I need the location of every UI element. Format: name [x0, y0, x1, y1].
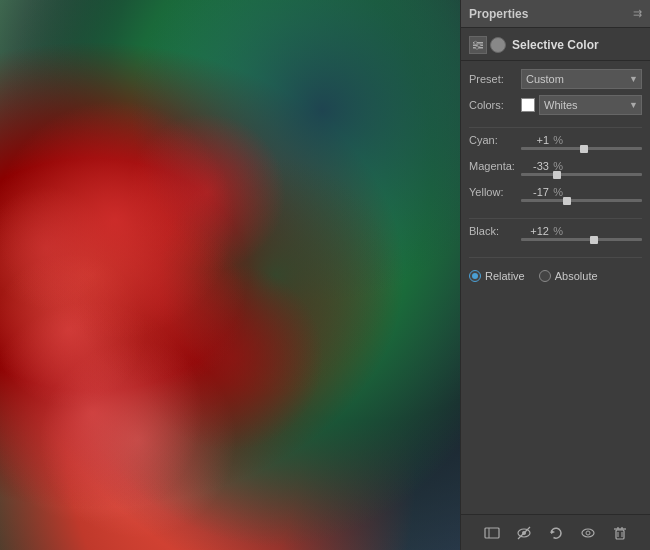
black-slider-track[interactable]: [521, 238, 642, 241]
svg-rect-6: [485, 528, 499, 538]
properties-panel: Properties ⇉ Selective Color Preset:: [460, 0, 650, 550]
magenta-slider-track[interactable]: [521, 173, 642, 176]
absolute-radio-label: Absolute: [555, 270, 598, 282]
panel-toolbar: [461, 514, 650, 550]
preset-label: Preset:: [469, 73, 521, 85]
divider-2: [469, 218, 642, 219]
sc-icons: [469, 36, 506, 54]
absolute-radio-circle[interactable]: [539, 270, 551, 282]
absolute-radio-item[interactable]: Absolute: [539, 270, 598, 282]
black-label: Black:: [469, 225, 521, 237]
colors-row: Colors: Whites ▼: [469, 95, 642, 115]
colors-select[interactable]: Whites: [539, 95, 642, 115]
svg-rect-14: [616, 530, 624, 539]
magenta-track-row[interactable]: [469, 173, 642, 176]
cyan-label: Cyan:: [469, 134, 521, 146]
panel-body: Preset: Custom ▼ Colors: Whites ▼: [461, 61, 650, 514]
panel-expand-icon[interactable]: ⇉: [633, 7, 642, 20]
toolbar-mask-btn[interactable]: [481, 522, 503, 544]
cyan-slider-thumb[interactable]: [580, 145, 588, 153]
magenta-slider-thumb[interactable]: [553, 171, 561, 179]
svg-point-13: [586, 531, 590, 535]
svg-point-12: [582, 529, 594, 537]
svg-point-5: [476, 46, 479, 49]
magenta-value: -33: [521, 160, 549, 172]
relative-radio-circle[interactable]: [469, 270, 481, 282]
sc-label: Selective Color: [512, 38, 599, 52]
toolbar-delete-btn[interactable]: [609, 522, 631, 544]
layer-icon: [490, 37, 506, 53]
black-slider-thumb[interactable]: [590, 236, 598, 244]
adjustment-icon: [469, 36, 487, 54]
cyan-value: +1: [521, 134, 549, 146]
toolbar-eye-btn[interactable]: [513, 522, 535, 544]
yellow-row: Yellow: -17 %: [469, 186, 642, 198]
toolbar-visibility-btn[interactable]: [577, 522, 599, 544]
panel-header: Properties ⇉: [461, 0, 650, 28]
black-value: +12: [521, 225, 549, 237]
preset-row: Preset: Custom ▼: [469, 69, 642, 89]
cyan-slider-track[interactable]: [521, 147, 642, 150]
yellow-slider-track[interactable]: [521, 199, 642, 202]
colors-label: Colors:: [469, 99, 521, 111]
black-pct: %: [549, 225, 563, 237]
divider-3: [469, 257, 642, 258]
yellow-section: Yellow: -17 %: [469, 186, 642, 208]
black-track-row[interactable]: [469, 238, 642, 241]
panel-title: Properties: [469, 7, 528, 21]
yellow-slider-thumb[interactable]: [563, 197, 571, 205]
black-section: Black: +12 %: [469, 225, 642, 247]
canvas-background: [0, 0, 460, 550]
magenta-section: Magenta: -33 %: [469, 160, 642, 182]
relative-radio-item[interactable]: Relative: [469, 270, 525, 282]
toolbar-reset-btn[interactable]: [545, 522, 567, 544]
magenta-label: Magenta:: [469, 160, 521, 172]
cyan-track-row[interactable]: [469, 147, 642, 150]
method-radio-row: Relative Absolute: [469, 264, 642, 288]
flower-overlay: [0, 0, 460, 550]
yellow-value: -17: [521, 186, 549, 198]
white-color-swatch: [521, 98, 535, 112]
yellow-label: Yellow:: [469, 186, 521, 198]
yellow-track-row[interactable]: [469, 199, 642, 202]
cyan-row: Cyan: +1 %: [469, 134, 642, 146]
black-row: Black: +12 %: [469, 225, 642, 237]
canvas-area: [0, 0, 460, 550]
preset-select-wrapper[interactable]: Custom ▼: [521, 69, 642, 89]
divider-1: [469, 127, 642, 128]
preset-select[interactable]: Custom: [521, 69, 642, 89]
svg-point-3: [474, 41, 477, 44]
cyan-pct: %: [549, 134, 563, 146]
panel-spacer: [469, 288, 642, 506]
svg-marker-11: [551, 530, 555, 534]
colors-select-wrapper[interactable]: Whites ▼: [521, 95, 642, 115]
cyan-section: Cyan: +1 %: [469, 134, 642, 156]
relative-radio-label: Relative: [485, 270, 525, 282]
selective-color-header: Selective Color: [461, 28, 650, 61]
yellow-pct: %: [549, 186, 563, 198]
